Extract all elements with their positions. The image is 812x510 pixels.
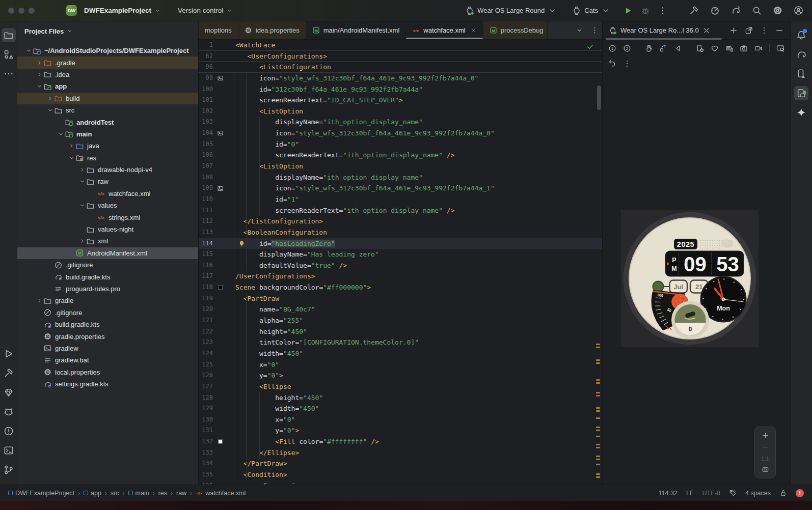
zoom-in-button[interactable] — [762, 432, 769, 439]
screenshot-button[interactable] — [738, 42, 751, 55]
bulb-gutter-icon[interactable] — [214, 238, 226, 249]
chevron-down-icon[interactable] — [78, 202, 86, 209]
running-device-tab[interactable]: Wear OS Large Ro...I 36.0 — [609, 26, 711, 35]
tab-main-androidmanifest-xml[interactable]: Mmain/AndroidManifest.xml — [306, 21, 407, 39]
hide-panel-button[interactable] — [773, 24, 786, 37]
tree-item-res[interactable]: res — [17, 152, 198, 164]
wear-button-2-button[interactable]: 2 — [620, 42, 634, 55]
hardware-input-button[interactable] — [723, 42, 736, 55]
tree-item-settings-gradle-kts[interactable]: settings.gradle.kts — [17, 378, 198, 390]
close-icon[interactable] — [702, 26, 711, 35]
picture-gutter-icon[interactable] — [214, 73, 226, 84]
build-hammer-button[interactable] — [688, 4, 700, 17]
more-tools-button[interactable] — [2, 67, 16, 81]
tree-item-raw[interactable]: raw — [17, 176, 198, 187]
close-window-button[interactable] — [8, 8, 14, 14]
zoom-out-button[interactable] — [762, 443, 769, 451]
tree-item-values[interactable]: values — [17, 200, 198, 211]
caret-position[interactable]: 114:32 — [659, 490, 678, 497]
tab-options-button[interactable] — [587, 21, 602, 39]
tree-item--gitignore[interactable]: .gitignore — [17, 307, 198, 319]
picture-gutter-icon[interactable] — [214, 183, 226, 194]
run-tool-button[interactable] — [2, 347, 16, 361]
tree-item-drawable-nodpi-v4[interactable]: drawable-nodpi-v4 — [17, 164, 198, 176]
wrist-tilt-button[interactable] — [657, 42, 670, 55]
breadcrumb-main[interactable]: main — [128, 490, 149, 497]
bulb-icon[interactable] — [238, 240, 245, 247]
device-manager-button[interactable] — [794, 67, 808, 81]
problems-tool-button[interactable] — [2, 424, 16, 438]
project-view-selector[interactable]: Project Files — [17, 21, 198, 41]
chevron-right-icon[interactable] — [67, 143, 75, 150]
tab-scroll-thumb[interactable] — [606, 38, 722, 40]
chevron-right-icon[interactable] — [35, 297, 43, 304]
chevron-right-icon[interactable] — [78, 166, 86, 174]
minimize-window-button[interactable] — [18, 8, 24, 14]
tab-watchface-xml[interactable]: </>watchface.xml — [406, 21, 483, 39]
profiler-button[interactable] — [709, 4, 721, 17]
chevron-down-icon[interactable] — [57, 130, 65, 137]
gradle-tool-button[interactable] — [794, 47, 808, 62]
panel-options-button[interactable] — [757, 24, 771, 37]
code-editor[interactable]: 1<WatchFace62<UserConfigurations>96<List… — [199, 40, 602, 485]
reset-view-button[interactable] — [606, 57, 619, 70]
tree-item-gradlew[interactable]: gradlew — [17, 343, 198, 354]
breadcrumb-res[interactable]: res — [158, 490, 167, 497]
tree-item-build[interactable]: build — [17, 93, 198, 104]
inspections-ok-icon[interactable] — [586, 43, 594, 50]
device-screen[interactable]: 2025 P M 09 53 — [621, 210, 759, 347]
tree-item--idea[interactable]: .idea — [17, 69, 198, 80]
tree-item-gradlew-bat[interactable]: gradlew.bat — [17, 354, 198, 366]
zoom-actual-button[interactable]: 1:1 — [761, 456, 769, 462]
tree-item-app[interactable]: app — [17, 80, 198, 92]
breadcrumb-watchface-xml[interactable]: </>watchface.xml — [196, 490, 246, 497]
account-button[interactable] — [792, 4, 805, 17]
chevron-down-icon[interactable] — [24, 47, 33, 54]
gradle-sync-button[interactable] — [729, 4, 742, 17]
notifications-button[interactable] — [794, 28, 808, 42]
project-tool-button[interactable] — [2, 28, 16, 42]
run-config-selector[interactable]: Cats — [569, 4, 613, 17]
palm-gesture-button[interactable] — [642, 42, 656, 55]
device-settings-button[interactable] — [693, 42, 707, 55]
tree-item-gradle-properties[interactable]: gradle.properties — [17, 330, 198, 342]
tree-item-local-properties[interactable]: local.properties — [17, 366, 198, 378]
close-icon[interactable] — [470, 27, 477, 34]
tree-item--gradle[interactable]: .gradle — [17, 56, 198, 68]
display-search-button[interactable] — [774, 42, 787, 55]
show-hidden-tabs-button[interactable] — [572, 21, 587, 39]
tree-item-build-gradle-kts[interactable]: build.gradle.kts — [17, 271, 198, 282]
indent-setting[interactable]: 4 spaces — [745, 490, 771, 497]
breadcrumb-dwfexampleproject[interactable]: DWFExampleProject — [8, 490, 74, 497]
tree-item-gradle[interactable]: gradle — [17, 295, 198, 306]
swatch-white-gutter-icon[interactable] — [214, 436, 226, 447]
terminal-tool-button[interactable] — [2, 443, 16, 458]
device-selector[interactable]: Wear OS Large Round — [462, 4, 560, 17]
tree-item--gitignore[interactable]: .gitignore — [17, 259, 198, 271]
vcs-menu[interactable]: Version control — [175, 5, 235, 16]
build-tool-button[interactable] — [2, 366, 16, 380]
back-button-button[interactable] — [671, 42, 685, 55]
screen-record-button[interactable] — [752, 42, 765, 55]
error-indicator[interactable]: ! — [796, 489, 804, 497]
heart-rate-button[interactable] — [708, 42, 721, 55]
line-ending[interactable]: LF — [686, 490, 694, 497]
tree-item-strings-xml[interactable]: </>strings.xml — [17, 211, 198, 223]
tree-item-androidtest[interactable]: androidTest — [17, 116, 198, 128]
tab-moptions[interactable]: moptions — [199, 21, 238, 39]
tree-item-androidmanifest-xml[interactable]: MAndroidManifest.xml — [17, 247, 198, 259]
tree-item-main[interactable]: main — [17, 128, 198, 140]
running-devices-button[interactable] — [794, 86, 808, 100]
chevron-right-icon[interactable] — [46, 95, 54, 102]
tree-item-src[interactable]: src — [17, 104, 198, 116]
tree-item-xml[interactable]: xml — [17, 235, 198, 247]
settings-button[interactable] — [771, 4, 784, 17]
structure-tool-button[interactable] — [2, 47, 16, 62]
logcat-tool-button[interactable] — [2, 405, 16, 419]
version-control-tool-button[interactable] — [2, 463, 16, 477]
chevron-right-icon[interactable] — [78, 238, 86, 245]
tree-item-values-night[interactable]: values-night — [17, 223, 198, 235]
chevron-down-icon[interactable] — [46, 107, 54, 114]
run-button[interactable] — [620, 4, 636, 17]
wear-button-1-button[interactable]: 1 — [606, 42, 619, 55]
